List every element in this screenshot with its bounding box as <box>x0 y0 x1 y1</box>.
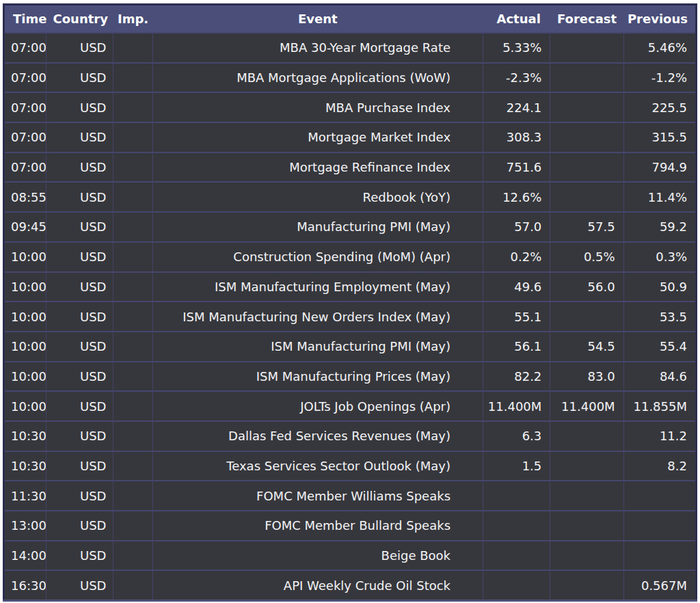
cell-event: Construction Spending (MoM) (Apr) <box>152 242 483 272</box>
cell-event: Beige Book <box>152 541 483 571</box>
cell-country: USD <box>46 33 113 63</box>
cell-event: Manufacturing PMI (May) <box>152 212 483 242</box>
table-row[interactable]: 09:45USDManufacturing PMI (May)57.057.55… <box>4 212 697 242</box>
cell-country: USD <box>46 182 113 212</box>
column-header-previous: Previous <box>623 5 696 34</box>
table-row[interactable]: 11:30USDFOMC Member Williams Speaks <box>4 481 697 511</box>
cell-event: Mortgage Refinance Index <box>152 152 483 183</box>
cell-imp <box>113 421 152 451</box>
column-header-actual: Actual <box>483 5 550 34</box>
table-row[interactable]: 10:00USDISM Manufacturing Employment (Ma… <box>4 272 697 302</box>
column-header-importance: Imp. <box>113 5 152 34</box>
cell-time: 16:30 <box>4 570 46 600</box>
cell-imp <box>113 332 152 362</box>
table-row[interactable]: 10:30USDDallas Fed Services Revenues (Ma… <box>4 421 697 451</box>
cell-forecast <box>550 421 623 451</box>
cell-previous: 794.9 <box>623 152 696 183</box>
cell-forecast <box>550 182 623 212</box>
cell-actual: 224.1 <box>483 92 550 122</box>
cell-country: USD <box>46 332 113 362</box>
cell-country: USD <box>46 511 113 541</box>
cell-event: MBA Mortgage Applications (WoW) <box>152 63 483 93</box>
table-row[interactable]: 10:00USDJOLTs Job Openings (Apr)11.400M1… <box>4 391 697 421</box>
table-row[interactable]: 07:00USDMBA 30-Year Mortgage Rate5.33%5.… <box>4 33 697 63</box>
cell-imp <box>113 182 152 212</box>
cell-actual: 57.0 <box>483 212 550 242</box>
cell-time: 10:30 <box>4 451 46 481</box>
cell-time: 10:00 <box>4 391 46 421</box>
cell-event: ISM Manufacturing New Orders Index (May) <box>152 302 483 332</box>
cell-forecast <box>550 63 623 93</box>
cell-country: USD <box>46 362 113 392</box>
cell-imp <box>113 481 152 511</box>
cell-time: 07:00 <box>4 152 46 183</box>
cell-previous: 59.2 <box>623 212 696 242</box>
table-row[interactable]: 07:00USDMortgage Market Index308.3315.5 <box>4 122 697 152</box>
cell-actual: 12.6% <box>483 182 550 212</box>
cell-previous: 225.5 <box>623 92 696 122</box>
cell-forecast <box>550 122 623 152</box>
cell-event: JOLTs Job Openings (Apr) <box>152 391 483 421</box>
cell-event: FOMC Member Bullard Speaks <box>152 511 483 541</box>
cell-country: USD <box>46 391 113 421</box>
cell-time: 11:30 <box>4 481 46 511</box>
cell-country: USD <box>46 92 113 122</box>
table-row[interactable]: 14:00USDBeige Book <box>4 541 697 571</box>
cell-imp <box>113 451 152 481</box>
table-row[interactable]: 13:00USDFOMC Member Bullard Speaks <box>4 511 697 541</box>
cell-time: 14:00 <box>4 541 46 571</box>
cell-time: 10:00 <box>4 332 46 362</box>
cell-event: Redbook (YoY) <box>152 182 483 212</box>
column-header-time: Time <box>4 5 46 34</box>
cell-event: Texas Services Sector Outlook (May) <box>152 451 483 481</box>
cell-previous: -1.2% <box>623 63 696 93</box>
cell-actual: 308.3 <box>483 122 550 152</box>
cell-previous: 5.46% <box>623 33 696 63</box>
cell-actual: -2.3% <box>483 63 550 93</box>
cell-event: MBA Purchase Index <box>152 92 483 122</box>
cell-time: 10:30 <box>4 421 46 451</box>
table-row[interactable]: 10:00USDISM Manufacturing Prices (May)82… <box>4 362 697 392</box>
cell-time: 07:00 <box>4 92 46 122</box>
cell-imp <box>113 92 152 122</box>
cell-forecast <box>550 481 623 511</box>
table-row[interactable]: 16:30USDAPI Weekly Crude Oil Stock0.567M <box>4 570 697 600</box>
cell-country: USD <box>46 242 113 272</box>
cell-imp <box>113 152 152 183</box>
cell-event: FOMC Member Williams Speaks <box>152 481 483 511</box>
cell-forecast: 0.5% <box>550 242 623 272</box>
cell-imp <box>113 122 152 152</box>
cell-forecast: 83.0 <box>550 362 623 392</box>
cell-time: 07:00 <box>4 33 46 63</box>
table-row[interactable]: 07:00USDMBA Purchase Index224.1225.5 <box>4 92 697 122</box>
cell-actual <box>483 511 550 541</box>
cell-time: 10:00 <box>4 362 46 392</box>
cell-previous: 0.567M <box>623 570 696 600</box>
cell-imp <box>113 541 152 571</box>
table-row[interactable]: 10:00USDISM Manufacturing PMI (May)56.15… <box>4 332 697 362</box>
cell-actual: 751.6 <box>483 152 550 183</box>
cell-time: 08:55 <box>4 182 46 212</box>
cell-actual <box>483 481 550 511</box>
cell-forecast <box>550 92 623 122</box>
cell-previous: 50.9 <box>623 272 696 302</box>
table-row[interactable]: 07:00USDMBA Mortgage Applications (WoW)-… <box>4 63 697 93</box>
cell-time: 10:00 <box>4 242 46 272</box>
cell-country: USD <box>46 122 113 152</box>
table-row[interactable]: 07:00USDMortgage Refinance Index751.6794… <box>4 152 697 183</box>
table-row[interactable]: 08:55USDRedbook (YoY)12.6%11.4% <box>4 182 697 212</box>
cell-country: USD <box>46 421 113 451</box>
cell-imp <box>113 272 152 302</box>
cell-event: API Weekly Crude Oil Stock <box>152 570 483 600</box>
economic-calendar-page: Time Country Imp. Event Actual Forecast … <box>0 0 700 603</box>
cell-imp <box>113 33 152 63</box>
economic-calendar-table: Time Country Imp. Event Actual Forecast … <box>3 3 697 602</box>
cell-forecast <box>550 451 623 481</box>
cell-previous: 0.3% <box>623 242 696 272</box>
table-row[interactable]: 10:00USDConstruction Spending (MoM) (Apr… <box>4 242 697 272</box>
cell-imp <box>113 212 152 242</box>
table-row[interactable]: 10:30USDTexas Services Sector Outlook (M… <box>4 451 697 481</box>
table-row[interactable]: 10:00USDISM Manufacturing New Orders Ind… <box>4 302 697 332</box>
cell-previous: 11.855M <box>623 391 696 421</box>
cell-previous <box>623 541 696 571</box>
